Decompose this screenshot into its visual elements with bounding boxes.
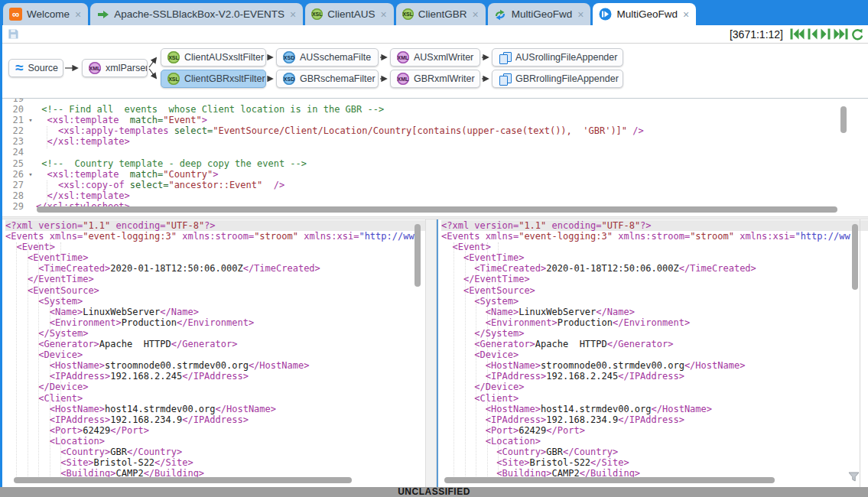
- xml-line[interactable]: <HostName>host14.strmdev00.org</HostName…: [5, 404, 425, 414]
- xml-line[interactable]: <Client>: [5, 393, 425, 404]
- xml-line[interactable]: <Name>LinuxWebServer</Name>: [441, 307, 868, 317]
- input-pane-horizontal-scrollbar[interactable]: [14, 477, 352, 483]
- step-back-button[interactable]: [808, 28, 818, 40]
- xml-line[interactable]: <System>: [5, 296, 425, 307]
- editor-line-24[interactable]: 24: [2, 147, 868, 158]
- pipeline-node-ausschemafilter[interactable]: XSDAUSschemaFilte: [276, 48, 379, 67]
- xml-line[interactable]: <Events xmlns="event-logging:3" xmlns:st…: [441, 231, 868, 242]
- xml-line[interactable]: <Events xmlns="event-logging:3" xmlns:st…: [5, 231, 425, 242]
- xml-line[interactable]: </Device>: [5, 382, 425, 392]
- xml-line[interactable]: <Event>: [5, 242, 425, 252]
- xml-line[interactable]: <Location>: [5, 436, 425, 447]
- output-pane-horizontal-scrollbar[interactable]: [444, 477, 775, 483]
- xml-line[interactable]: <EventSource>: [441, 285, 868, 296]
- tab-apache-sslblackbox-v2.0-events[interactable]: Apache-SSLBlackBox-V2.0-EVENTS×: [90, 3, 303, 25]
- editor-vertical-scrollbar[interactable]: [840, 106, 847, 133]
- editor-lines: 1920 <!-- Find all events whose Client l…: [2, 99, 868, 212]
- editor-line-23[interactable]: 23 </xsl:template>: [2, 136, 868, 147]
- xml-line[interactable]: <HostName>stroomnode00.strmdev00.org</Ho…: [441, 360, 868, 371]
- output-pane-vertical-scrollbar[interactable]: [852, 224, 858, 290]
- step-last-button[interactable]: [834, 28, 848, 40]
- pipeline-node-source[interactable]: ≈Source: [8, 59, 63, 77]
- tab-close-icon[interactable]: ×: [290, 9, 296, 20]
- xml-line[interactable]: <Country>GBR</Country>: [5, 447, 425, 457]
- editor-line-19[interactable]: 19: [2, 99, 868, 104]
- editor-line-26[interactable]: 26▾ <xsl:template match="Country">: [2, 169, 868, 180]
- pipeline-node-xmlparser[interactable]: XMLxmlParser: [82, 59, 148, 77]
- editor-line-28[interactable]: 28 </xsl:template>: [2, 190, 868, 201]
- editor-line-22[interactable]: 22 <xsl:apply-templates select="EventSou…: [2, 125, 868, 136]
- tab-clientaus[interactable]: XSLClientAUS×: [305, 3, 393, 25]
- editor-horizontal-scrollbar[interactable]: [37, 206, 837, 213]
- editor-line-21[interactable]: 21▾ <xsl:template match="Event">: [2, 115, 868, 125]
- pipeline-node-ausxmlwriter[interactable]: XMLAUSxmlWriter: [390, 48, 480, 67]
- pipeline-node-gbrxmlwriter[interactable]: XMLGBRxmlWriter: [390, 70, 480, 88]
- vertical-splitter[interactable]: [425, 219, 437, 487]
- xml-line[interactable]: <Site>Bristol-S22</Site>: [5, 457, 425, 468]
- xml-line[interactable]: <EventSource>: [5, 285, 425, 296]
- tab-close-icon[interactable]: ×: [577, 9, 584, 20]
- xslt-code-editor[interactable]: 1920 <!-- Find all events whose Client l…: [2, 99, 868, 216]
- tab-clientgbr[interactable]: XSLClientGBR×: [396, 3, 486, 25]
- input-pane-vertical-scrollbar[interactable]: [414, 224, 421, 287]
- pipeline-node-ausrollingfileappender[interactable]: AUSrollingFileAppender: [492, 48, 623, 67]
- output-xml-pane[interactable]: <?xml version="1.1" encoding="UTF-8"?><E…: [437, 219, 868, 487]
- fold-arrow-icon[interactable]: ▾: [25, 115, 36, 125]
- tab-label: ClientAUS: [327, 8, 375, 20]
- tab-welcome[interactable]: ∞Welcome×: [3, 3, 88, 25]
- xml-line[interactable]: <Client>: [441, 393, 868, 404]
- filter-icon[interactable]: [848, 471, 860, 485]
- save-icon[interactable]: [8, 28, 19, 40]
- xml-line[interactable]: <Device>: [5, 349, 425, 360]
- tab-close-icon[interactable]: ×: [75, 9, 81, 20]
- editor-line-27[interactable]: 27 <xsl:copy-of select="ancestor::Event"…: [2, 180, 868, 190]
- xml-line[interactable]: </System>: [441, 328, 868, 339]
- editor-line-20[interactable]: 20 <!-- Find all events whose Client loc…: [2, 104, 868, 115]
- tab-close-icon[interactable]: ×: [683, 9, 689, 20]
- xml-line[interactable]: <System>: [441, 296, 868, 307]
- xml-line[interactable]: </EventTime>: [441, 274, 868, 284]
- xml-line[interactable]: <Device>: [441, 349, 868, 360]
- xml-line[interactable]: <Environment>Production</Environment>: [5, 317, 425, 328]
- step-forward-button[interactable]: [821, 28, 831, 40]
- xml-line[interactable]: <HostName>host14.strmdev00.org</HostName…: [441, 404, 868, 414]
- xml-line[interactable]: <Environment>Production</Environment>: [441, 317, 868, 328]
- refresh-button[interactable]: [851, 28, 864, 41]
- fold-arrow-icon[interactable]: ▾: [25, 169, 36, 180]
- pipeline-node-clientgbrxsltfilter[interactable]: XSLClientGBRxsltFilter: [161, 70, 266, 88]
- tab-stroom-logo-icon: ∞: [9, 8, 22, 21]
- step-first-button[interactable]: [790, 28, 805, 40]
- pipeline-node-clientausxsltfilter[interactable]: XSLClientAUSxsltFilter: [161, 48, 266, 67]
- xml-line[interactable]: </EventTime>: [5, 274, 425, 284]
- input-xml-pane[interactable]: <?xml version="1.1" encoding="UTF-8"?><E…: [2, 219, 425, 487]
- xml-line[interactable]: <Port>62429</Port>: [5, 425, 425, 436]
- tab-multigeofwd[interactable]: MultiGeoFwd×: [593, 3, 696, 25]
- xml-line[interactable]: <?xml version="1.1" encoding="UTF-8"?>: [441, 220, 868, 231]
- xml-line[interactable]: <Generator>Apache HTTPD</Generator>: [5, 339, 425, 349]
- xml-line[interactable]: </Device>: [441, 382, 868, 392]
- xml-line[interactable]: <EventTime>: [5, 252, 425, 263]
- xml-line[interactable]: <TimeCreated>2020-01-18T12:50:06.000Z</T…: [441, 263, 868, 274]
- xml-line[interactable]: <Name>LinuxWebServer</Name>: [5, 307, 425, 317]
- xml-line[interactable]: <Country>GBR</Country>: [441, 447, 868, 457]
- pipeline-node-gbrschemafilter[interactable]: XSDGBRschemaFilter: [276, 70, 379, 88]
- tab-multigeofwd[interactable]: MultiGeoFwd×: [488, 3, 591, 25]
- xml-line[interactable]: <Event>: [441, 242, 868, 252]
- xml-line[interactable]: <Location>: [441, 436, 868, 447]
- xml-line[interactable]: <EventTime>: [441, 252, 868, 263]
- xml-line[interactable]: <IPAddress>192.168.234.9</IPAddress>: [441, 414, 868, 425]
- tab-close-icon[interactable]: ×: [473, 9, 479, 20]
- xml-line[interactable]: <Port>62429</Port>: [441, 425, 868, 436]
- editor-line-25[interactable]: 25 <!-- Country template - deep copy the…: [2, 158, 868, 169]
- xml-line[interactable]: <?xml version="1.1" encoding="UTF-8"?>: [5, 220, 425, 231]
- xml-line[interactable]: </System>: [5, 328, 425, 339]
- pipeline-node-gbrrollingfileappender[interactable]: GBRrollingFileAppender: [492, 70, 623, 88]
- xml-line[interactable]: <TimeCreated>2020-01-18T12:50:06.000Z</T…: [5, 263, 425, 274]
- xml-line[interactable]: <IPAddress>192.168.2.245</IPAddress>: [441, 371, 868, 382]
- xml-line[interactable]: <Generator>Apache HTTPD</Generator>: [441, 339, 868, 349]
- xml-line[interactable]: <IPAddress>192.168.2.245</IPAddress>: [5, 371, 425, 382]
- xml-line[interactable]: <HostName>stroomnode00.strmdev00.org</Ho…: [5, 360, 425, 371]
- xml-line[interactable]: <IPAddress>192.168.234.9</IPAddress>: [5, 414, 425, 425]
- tab-close-icon[interactable]: ×: [381, 9, 387, 20]
- xml-line[interactable]: <Site>Bristol-S22</Site>: [441, 457, 868, 468]
